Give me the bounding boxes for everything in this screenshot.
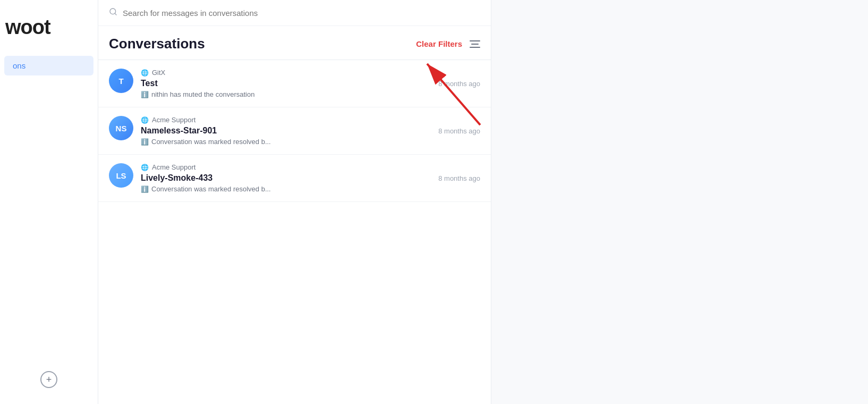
time-ago: 8 months ago bbox=[438, 174, 480, 182]
message-preview: nithin has muted the conversation bbox=[151, 90, 254, 98]
conversation-meta: 🌐 Acme Support bbox=[141, 163, 480, 171]
search-input[interactable] bbox=[123, 9, 480, 18]
conversations-panel: Conversations Clear Filters T bbox=[98, 0, 491, 404]
contact-name: Nameless-Star-901 bbox=[141, 126, 217, 136]
conversation-row: Lively-Smoke-433 8 months ago bbox=[141, 173, 480, 183]
conversations-header: Conversations Clear Filters bbox=[98, 26, 491, 60]
header-actions: Clear Filters bbox=[416, 39, 480, 48]
filter-line-1 bbox=[470, 40, 480, 41]
last-message: ℹ️ Conversation was marked resolved b... bbox=[141, 185, 480, 193]
avatar: NS bbox=[109, 116, 133, 140]
search-icon bbox=[109, 7, 117, 18]
filter-button[interactable] bbox=[470, 40, 480, 48]
list-item[interactable]: LS 🌐 Acme Support Lively-Smoke-433 8 mon… bbox=[98, 155, 491, 202]
avatar: T bbox=[109, 69, 133, 93]
globe-icon: 🌐 bbox=[141, 116, 149, 124]
filter-line-2 bbox=[471, 44, 479, 45]
message-preview: Conversation was marked resolved b... bbox=[151, 185, 271, 193]
time-ago: 8 months ago bbox=[438, 127, 480, 135]
filter-line-3 bbox=[470, 47, 480, 48]
clear-filters-button[interactable]: Clear Filters bbox=[416, 39, 462, 48]
info-icon: ℹ️ bbox=[141, 91, 149, 98]
globe-icon: 🌐 bbox=[141, 164, 149, 171]
conversation-content: 🌐 GitX Test 8 months ago ℹ️ nithin has m… bbox=[141, 69, 480, 98]
inbox-name: Acme Support bbox=[152, 163, 195, 171]
right-panel bbox=[491, 0, 868, 404]
conversation-row: Nameless-Star-901 8 months ago bbox=[141, 126, 480, 136]
add-button[interactable]: + bbox=[40, 371, 57, 388]
time-ago: 8 months ago bbox=[438, 80, 480, 88]
sidebar-item-conversations[interactable]: ons bbox=[4, 56, 93, 75]
contact-name: Test bbox=[141, 79, 158, 88]
globe-icon: 🌐 bbox=[141, 69, 149, 77]
conversation-meta: 🌐 Acme Support bbox=[141, 116, 480, 124]
last-message: ℹ️ nithin has muted the conversation bbox=[141, 90, 480, 98]
info-icon: ℹ️ bbox=[141, 186, 149, 193]
inbox-name: GitX bbox=[152, 69, 165, 77]
list-item[interactable]: T 🌐 GitX Test 8 months ago ℹ️ nithin has… bbox=[98, 60, 491, 107]
conversation-content: 🌐 Acme Support Lively-Smoke-433 8 months… bbox=[141, 163, 480, 193]
svg-line-1 bbox=[115, 13, 116, 15]
filter-icon bbox=[470, 40, 480, 48]
list-item[interactable]: NS 🌐 Acme Support Nameless-Star-901 8 mo… bbox=[98, 107, 491, 155]
avatar: LS bbox=[109, 163, 133, 188]
contact-name: Lively-Smoke-433 bbox=[141, 173, 212, 183]
search-bar bbox=[98, 0, 491, 26]
last-message: ℹ️ Conversation was marked resolved b... bbox=[141, 138, 480, 146]
conversation-row: Test 8 months ago bbox=[141, 79, 480, 88]
info-icon: ℹ️ bbox=[141, 138, 149, 146]
conversation-meta: 🌐 GitX bbox=[141, 69, 480, 77]
sidebar: woot ons + bbox=[0, 0, 98, 404]
page-title: Conversations bbox=[109, 36, 205, 52]
brand-logo: woot bbox=[0, 11, 98, 55]
message-preview: Conversation was marked resolved b... bbox=[151, 138, 271, 146]
conversation-content: 🌐 Acme Support Nameless-Star-901 8 month… bbox=[141, 116, 480, 146]
plus-icon: + bbox=[46, 374, 52, 385]
inbox-name: Acme Support bbox=[152, 116, 195, 124]
conversation-list: T 🌐 GitX Test 8 months ago ℹ️ nithin has… bbox=[98, 60, 491, 404]
